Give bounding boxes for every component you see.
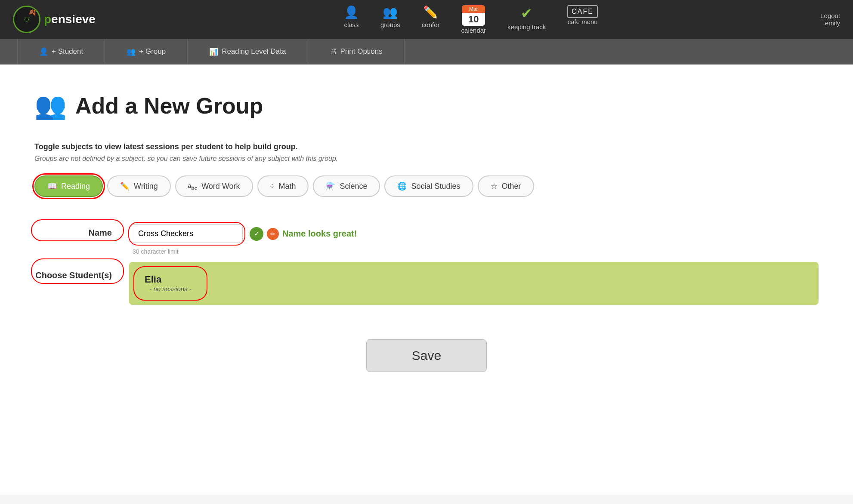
name-form-row: Name 30 character limit ✓ ✏ Name looks g… <box>34 223 819 245</box>
nav-groups-label: groups <box>380 21 400 28</box>
groups-icon: 👥 <box>383 5 398 19</box>
nav-confer-label: confer <box>422 21 440 28</box>
reading-level-icon: 📊 <box>209 47 218 56</box>
nav-cafe-menu[interactable]: CAFE cafe menu <box>567 5 598 34</box>
subject-reading[interactable]: 📖 Reading <box>34 175 103 197</box>
subject-writing[interactable]: ✏️ Writing <box>107 175 171 197</box>
student-name: Elia <box>145 274 196 285</box>
students-grid: Elia - no sessions - <box>129 262 819 305</box>
add-group-label: + Group <box>139 47 166 56</box>
toggle-label: Toggle subjects to view latest sessions … <box>34 142 819 151</box>
subject-other[interactable]: ☆ Other <box>478 175 534 197</box>
save-button[interactable]: Save <box>366 339 487 372</box>
save-area: Save <box>34 339 819 372</box>
group-icon: 👥 <box>34 90 67 121</box>
add-student-button[interactable]: 👤 + Student <box>17 39 105 65</box>
other-icon: ☆ <box>491 181 498 191</box>
nav-class-label: class <box>344 21 359 28</box>
secondary-navigation: 👤 + Student 👥 + Group 📊 Reading Level Da… <box>0 39 853 65</box>
logo-circle: ○ 🍂 <box>13 6 40 33</box>
logo[interactable]: ○ 🍂 pensieve <box>13 6 96 33</box>
name-input-wrapper: 30 character limit <box>129 223 244 245</box>
writing-icon: ✏️ <box>120 181 130 191</box>
add-group-icon: 👥 <box>127 47 136 56</box>
nav-confer[interactable]: ✏️ confer <box>422 5 440 34</box>
add-group-button[interactable]: 👥 + Group <box>105 39 188 65</box>
calendar-box: Mar 10 <box>462 5 485 26</box>
print-options-icon: 🖨 <box>330 47 337 56</box>
confer-icon: ✏️ <box>423 5 438 19</box>
math-icon: ÷ <box>270 182 275 191</box>
student-sessions: - no sessions - <box>145 285 196 292</box>
name-input-area: 30 character limit ✓ ✏ Name looks great! <box>129 223 357 245</box>
toggle-sublabel: Groups are not defined by a subject, so … <box>34 155 819 163</box>
students-form-row: Choose Student(s) Elia - no sessions - <box>34 262 819 305</box>
nav-calendar[interactable]: Mar 10 calendar <box>461 5 486 34</box>
nav-groups[interactable]: 👥 groups <box>380 5 400 34</box>
page-title: Add a New Group <box>75 93 263 119</box>
main-content: 👥 Add a New Group Toggle subjects to vie… <box>0 65 853 495</box>
name-input[interactable] <box>131 224 243 243</box>
subject-word-work[interactable]: abc Word Work <box>175 175 253 197</box>
add-student-icon: 👤 <box>39 47 48 56</box>
print-options-button[interactable]: 🖨 Print Options <box>308 39 405 65</box>
calendar-day: 10 <box>462 13 485 26</box>
name-label: Name <box>34 223 121 238</box>
science-icon: ⚗️ <box>326 181 335 191</box>
reading-level-label: Reading Level Data <box>222 47 286 56</box>
name-edit-icon: ✏ <box>267 228 279 240</box>
nav-logout-area: Logout emily <box>820 12 840 27</box>
name-character-limit: 30 character limit <box>133 248 179 255</box>
subject-social-studies[interactable]: 🌐 Social Studies <box>384 175 473 197</box>
writing-label: Writing <box>134 182 158 191</box>
subject-math[interactable]: ÷ Math <box>257 175 309 197</box>
nav-cafe-label: cafe menu <box>568 18 598 25</box>
page-title-area: 👥 Add a New Group <box>34 90 819 121</box>
cafe-menu-icon: CAFE <box>567 5 598 18</box>
nav-class[interactable]: 👤 class <box>344 5 359 34</box>
class-icon: 👤 <box>344 5 359 19</box>
word-work-icon: abc <box>188 182 197 191</box>
nav-keeping-track-label: keeping track <box>507 23 546 31</box>
word-work-label: Word Work <box>201 182 240 191</box>
name-check-icon: ✓ <box>250 227 263 241</box>
students-label: Choose Student(s) <box>34 262 121 280</box>
subject-science[interactable]: ⚗️ Science <box>313 175 380 197</box>
logo-leaf-icon: 🍂 <box>28 9 36 15</box>
keeping-track-icon: ✔ <box>521 5 532 22</box>
print-options-label: Print Options <box>340 47 383 56</box>
name-status-text: Name looks great! <box>282 229 357 239</box>
social-studies-icon: 🌐 <box>397 181 407 191</box>
username: emily <box>825 19 840 27</box>
nav-calendar-label: calendar <box>461 27 486 34</box>
student-card-elia[interactable]: Elia - no sessions - <box>136 269 205 298</box>
logout-link[interactable]: Logout <box>820 12 840 19</box>
calendar-month: Mar <box>462 5 485 13</box>
name-status-area: ✓ ✏ Name looks great! <box>250 227 357 241</box>
social-studies-label: Social Studies <box>411 182 460 191</box>
other-label: Other <box>502 182 521 191</box>
math-label: Math <box>278 182 296 191</box>
subjects-row: 📖 Reading ✏️ Writing abc Word Work ÷ Mat… <box>34 175 819 197</box>
reading-label: Reading <box>61 182 90 191</box>
nav-items: 👤 class 👥 groups ✏️ confer Mar 10 calend… <box>121 5 820 34</box>
top-navigation: ○ 🍂 pensieve 👤 class 👥 groups ✏️ confer … <box>0 0 853 39</box>
add-student-label: + Student <box>52 47 83 56</box>
nav-keeping-track[interactable]: ✔ keeping track <box>507 5 546 34</box>
science-label: Science <box>340 182 367 191</box>
reading-level-button[interactable]: 📊 Reading Level Data <box>188 39 308 65</box>
logo-text: pensieve <box>44 12 96 26</box>
reading-icon: 📖 <box>47 181 57 191</box>
